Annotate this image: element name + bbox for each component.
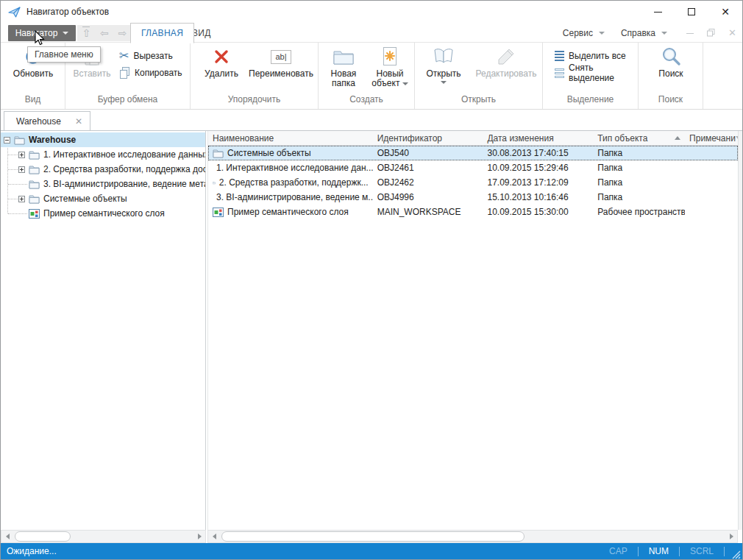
- tree-item-3[interactable]: 3. BI-администрирование, ведение метад: [1, 177, 205, 191]
- group-label-selection: Выделение: [543, 94, 638, 104]
- tab-main[interactable]: ГЛАВНАЯ: [130, 23, 194, 43]
- close-button[interactable]: ✕: [708, 1, 742, 23]
- vertical-scrollbar-track[interactable]: [738, 131, 742, 531]
- minimize-icon: [654, 12, 662, 13]
- cell-type: Рабочее пространство: [593, 207, 685, 217]
- app-window: Навигатор объектов ✕ Навигатор ⇧ ⇦ ⇨ ГЛА…: [0, 0, 743, 560]
- cell-type: Папка: [593, 163, 685, 173]
- edit-button[interactable]: Редактировать: [471, 44, 541, 93]
- edit-label: Редактировать: [476, 69, 537, 79]
- tree-item-1[interactable]: 1. Интерактивное исследование данных,: [1, 147, 205, 162]
- column-header-id[interactable]: Идентификатор: [373, 131, 483, 145]
- chevron-down-icon: [63, 32, 68, 35]
- deselect-button[interactable]: Снять выделение: [555, 65, 638, 80]
- maximize-icon: [688, 8, 695, 15]
- cell-id: MAIN_WORKSPACE: [373, 207, 483, 217]
- menu-service-label: Сервис: [563, 28, 593, 38]
- open-button[interactable]: Открыть: [421, 44, 466, 93]
- resize-grip[interactable]: [730, 549, 741, 559]
- tree-horizontal-scrollbar[interactable]: [1, 530, 206, 543]
- scrollbar-thumb[interactable]: [15, 531, 71, 542]
- tree-item-2[interactable]: 2. Средства разработки, поддержка досту: [1, 162, 205, 177]
- window-title: Навигатор объектов: [26, 7, 109, 17]
- open-label: Открыть: [426, 69, 461, 79]
- scrollbar-thumb[interactable]: [221, 531, 525, 542]
- new-folder-button[interactable]: Новая папка: [323, 44, 364, 93]
- cell-type: Папка: [593, 177, 685, 188]
- ribbon-minimize-icon[interactable]: [686, 32, 694, 34]
- column-header-note[interactable]: Примечани: [685, 131, 738, 145]
- back-button[interactable]: ⇦: [100, 28, 109, 38]
- table-row[interactable]: 3. BI-администрирование, ведение м... OB…: [208, 190, 738, 205]
- expand-expander-icon[interactable]: [18, 166, 25, 173]
- table-row[interactable]: Системные объекты OBJ540 30.08.2013 17:4…: [208, 146, 738, 160]
- scroll-left-icon[interactable]: [208, 531, 220, 542]
- search-button[interactable]: Поиск: [649, 44, 693, 93]
- table-row[interactable]: 2. Средства разработки, поддержк... OBJ2…: [208, 175, 738, 190]
- rename-label: Переименовать: [249, 69, 313, 79]
- mouse-cursor: [35, 30, 45, 46]
- group-label-clipboard: Буфер обмена: [65, 94, 190, 104]
- tree-item-semantic-layer[interactable]: Пример семантического слоя: [1, 206, 205, 221]
- column-header-name[interactable]: Наименование: [208, 131, 373, 145]
- tab-close-icon[interactable]: ✕: [75, 117, 82, 126]
- group-label-arrange: Упорядочить: [191, 94, 318, 104]
- workspace-icon: [29, 209, 40, 219]
- select-all-button[interactable]: Выделить все: [555, 49, 626, 63]
- title-bar: Навигатор объектов ✕: [1, 1, 742, 23]
- folder-icon: [29, 165, 40, 174]
- delete-label: Удалить: [205, 69, 238, 79]
- cut-button[interactable]: ✂ Вырезать: [119, 49, 173, 63]
- expand-expander-icon[interactable]: [18, 196, 25, 202]
- scrollbar-row: [1, 530, 742, 543]
- cell-name: Пример семантического слоя: [227, 207, 349, 217]
- tree-item-system[interactable]: Системные объекты: [1, 191, 205, 206]
- document-tab-warehouse[interactable]: Warehouse ✕: [4, 111, 90, 130]
- rename-icon: ab|: [271, 44, 291, 69]
- minimize-button[interactable]: [641, 1, 675, 23]
- folder-icon: [213, 178, 216, 188]
- maximize-button[interactable]: [675, 1, 708, 23]
- new-object-button[interactable]: Новый объект: [367, 44, 413, 93]
- tooltip-text: Главное меню: [35, 49, 93, 60]
- num-lock-indicator: NUM: [639, 543, 679, 559]
- menu-service[interactable]: Сервис: [563, 28, 605, 38]
- table-horizontal-scrollbar[interactable]: [207, 530, 738, 543]
- ribbon-group-open: Открыть Редактировать Открыть: [415, 43, 543, 109]
- scroll-right-icon[interactable]: [725, 531, 737, 542]
- go-up-button[interactable]: ⇧: [82, 28, 90, 38]
- object-list-panel: Наименование Идентификатор Дата изменени…: [207, 131, 738, 531]
- tooltip-main-menu: Главное меню: [27, 46, 101, 63]
- forward-button[interactable]: ⇨: [118, 28, 127, 38]
- new-object-label: Новый объект: [367, 69, 413, 88]
- ribbon-close-icon[interactable]: ✕: [728, 28, 736, 38]
- copy-button[interactable]: Копировать: [119, 65, 182, 80]
- scroll-right-icon[interactable]: [193, 531, 205, 542]
- ribbon-group-search: Поиск Поиск: [639, 43, 703, 109]
- column-header-date[interactable]: Дата изменения: [483, 131, 593, 145]
- scroll-left-icon[interactable]: [1, 531, 13, 542]
- delete-button[interactable]: Удалить: [199, 44, 243, 93]
- cell-name: 2. Средства разработки, поддержк...: [219, 177, 369, 188]
- caps-lock-indicator: CAP: [599, 543, 638, 559]
- tree-item-warehouse-root[interactable]: Warehouse: [1, 132, 205, 147]
- collapse-expander-icon[interactable]: [4, 137, 10, 143]
- copy-icon: [119, 67, 130, 79]
- tree-item-label: 3. BI-администрирование, ведение метад: [43, 179, 206, 189]
- folder-icon: [213, 149, 224, 158]
- ribbon-group-selection: Выделить все Снять выделение Выделение: [543, 43, 639, 109]
- cell-id: OBJ2461: [373, 163, 483, 173]
- column-header-type[interactable]: Тип объекта: [593, 131, 685, 145]
- cell-date: 15.10.2013 10:16:46: [483, 192, 593, 202]
- ribbon-restore-icon[interactable]: [707, 29, 715, 37]
- table-row[interactable]: 1. Интерактивное исследование дан... OBJ…: [208, 160, 738, 175]
- expand-expander-icon[interactable]: [18, 152, 25, 158]
- status-bar: Ожидание... CAP NUM SCRL: [1, 543, 742, 559]
- menu-help[interactable]: Справка: [621, 28, 667, 38]
- object-tree-panel: Warehouse 1. Интерактивное исследование …: [1, 131, 206, 531]
- cell-name: 3. BI-администрирование, ведение м...: [216, 192, 373, 202]
- document-tab-label: Warehouse: [16, 116, 61, 127]
- paste-label: Вставить: [74, 69, 111, 79]
- rename-button[interactable]: ab| Переименовать: [246, 44, 316, 93]
- table-row[interactable]: Пример семантического слоя MAIN_WORKSPAC…: [208, 205, 738, 219]
